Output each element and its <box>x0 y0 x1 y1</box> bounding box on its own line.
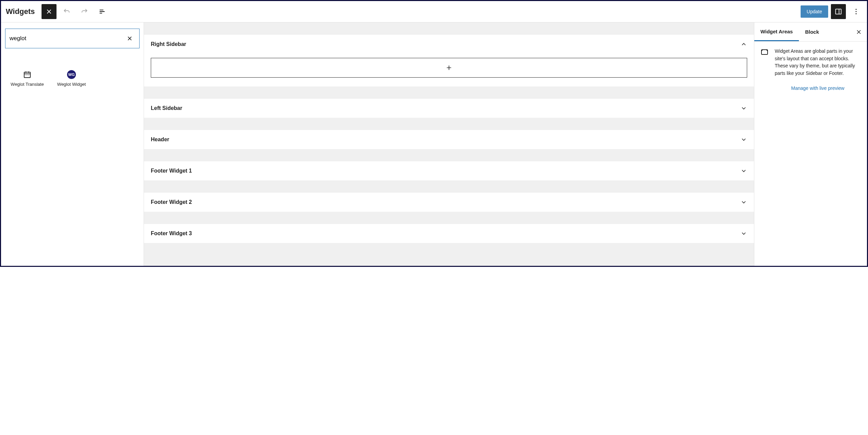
block-weglot-widget[interactable]: WG Weglot Widget <box>49 66 94 92</box>
more-vertical-icon <box>852 8 860 15</box>
undo-button[interactable] <box>59 4 74 19</box>
close-icon <box>855 29 862 35</box>
area-toggle[interactable]: Footer Widget 3 <box>144 224 754 243</box>
close-settings-button[interactable] <box>852 25 866 39</box>
tab-widget-areas[interactable]: Widget Areas <box>754 22 799 41</box>
list-view-button[interactable] <box>95 4 110 19</box>
sidebar-icon <box>835 8 842 15</box>
area-title: Header <box>151 136 169 143</box>
chevron-up-icon <box>740 41 747 48</box>
svg-rect-0 <box>836 9 841 14</box>
chevron-down-icon <box>740 230 747 237</box>
widget-area-left-sidebar: Left Sidebar <box>144 99 754 118</box>
area-toggle[interactable]: Right Sidebar <box>144 35 754 54</box>
area-toggle[interactable]: Header <box>144 130 754 149</box>
weglot-icon: WG <box>67 70 76 79</box>
widget-areas-canvas: Right Sidebar Left Sidebar Header <box>144 22 754 266</box>
close-icon <box>126 35 133 42</box>
options-button[interactable] <box>849 4 864 19</box>
clear-search-button[interactable] <box>124 33 135 44</box>
block-weglot-translate[interactable]: Weglot Translate <box>5 66 49 92</box>
block-label: Weglot Widget <box>57 82 86 87</box>
list-view-icon <box>98 8 106 15</box>
update-button[interactable]: Update <box>801 5 828 18</box>
svg-rect-4 <box>24 72 30 78</box>
add-block-button[interactable] <box>151 58 747 78</box>
widget-areas-icon <box>760 48 769 56</box>
chevron-down-icon <box>740 136 747 143</box>
svg-point-1 <box>856 9 857 10</box>
search-input[interactable] <box>10 35 124 42</box>
area-title: Right Sidebar <box>151 41 186 47</box>
search-field[interactable] <box>5 29 140 48</box>
widget-areas-description: Widget Areas are global parts in your si… <box>775 48 861 77</box>
chevron-down-icon <box>740 199 747 206</box>
widget-area-right-sidebar: Right Sidebar <box>144 35 754 86</box>
close-icon <box>45 8 53 15</box>
tab-block[interactable]: Block <box>799 22 825 41</box>
calendar-icon <box>23 70 32 79</box>
chevron-down-icon <box>740 167 747 174</box>
plus-icon <box>445 64 453 71</box>
widget-area-footer-3: Footer Widget 3 <box>144 224 754 243</box>
settings-panel: Widget Areas Block Widget Areas are glob… <box>754 22 867 266</box>
area-title: Footer Widget 3 <box>151 230 192 237</box>
widget-area-footer-1: Footer Widget 1 <box>144 161 754 180</box>
redo-button[interactable] <box>77 4 92 19</box>
block-inserter-panel: Weglot Translate WG Weglot Widget <box>1 22 144 266</box>
area-title: Footer Widget 1 <box>151 168 192 174</box>
close-inserter-button[interactable] <box>42 4 57 19</box>
manage-live-preview-link[interactable]: Manage with live preview <box>775 85 861 92</box>
svg-point-3 <box>856 13 857 14</box>
area-toggle[interactable]: Footer Widget 2 <box>144 193 754 212</box>
undo-icon <box>63 8 70 15</box>
block-label: Weglot Translate <box>11 82 44 87</box>
chevron-down-icon <box>740 105 747 112</box>
svg-point-2 <box>856 11 857 12</box>
widget-area-header: Header <box>144 130 754 149</box>
svg-rect-5 <box>761 50 768 54</box>
area-title: Footer Widget 2 <box>151 199 192 205</box>
area-toggle[interactable]: Footer Widget 1 <box>144 161 754 180</box>
settings-sidebar-toggle[interactable] <box>831 4 846 19</box>
header: Widgets Update <box>1 1 867 22</box>
area-toggle[interactable]: Left Sidebar <box>144 99 754 118</box>
page-title: Widgets <box>6 7 35 16</box>
redo-icon <box>81 8 88 15</box>
area-title: Left Sidebar <box>151 105 182 111</box>
widget-area-footer-2: Footer Widget 2 <box>144 193 754 212</box>
